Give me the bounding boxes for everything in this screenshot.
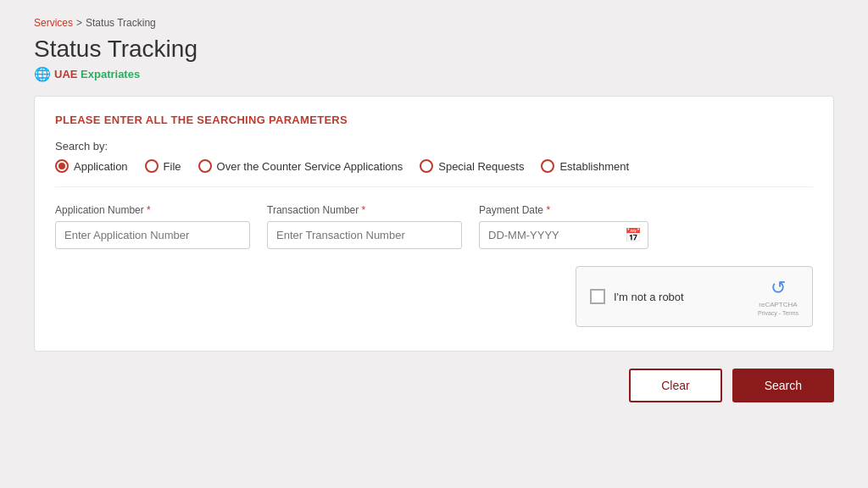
payment-date-group: Payment Date * 📅 — [479, 204, 648, 249]
app-number-required: * — [147, 204, 151, 216]
radio-circle-application — [55, 159, 69, 173]
radio-application[interactable]: Application — [55, 159, 128, 173]
brand-exp: Expatriates — [77, 68, 140, 80]
radio-label-establishment: Establishment — [559, 160, 629, 173]
trans-number-required: * — [362, 204, 366, 216]
breadcrumb: Services > Status Tracking — [34, 17, 834, 29]
trans-number-label: Transaction Number * — [267, 204, 462, 216]
breadcrumb-services-link[interactable]: Services — [34, 17, 73, 29]
radio-establishment[interactable]: Establishment — [541, 159, 629, 173]
radio-circle-counter — [198, 159, 212, 173]
payment-date-input[interactable] — [479, 221, 648, 249]
captcha-box[interactable]: I'm not a robot ↺ reCAPTCHA Privacy - Te… — [576, 266, 813, 327]
radio-label-file: File — [164, 160, 181, 173]
app-number-label: Application Number * — [55, 204, 250, 216]
pay-date-required: * — [546, 204, 550, 216]
search-by-label: Search by: — [55, 140, 813, 152]
date-input-wrapper: 📅 — [479, 221, 648, 249]
radio-counter[interactable]: Over the Counter Service Applications — [198, 159, 403, 173]
captcha-logo-area: ↺ reCAPTCHA Privacy - Terms — [758, 277, 798, 316]
breadcrumb-current: Status Tracking — [86, 17, 156, 29]
pay-date-label: Payment Date * — [479, 204, 648, 216]
page-title: Status Tracking — [34, 36, 834, 63]
radio-file[interactable]: File — [145, 159, 181, 173]
radio-circle-special — [420, 159, 433, 173]
transaction-number-input[interactable] — [267, 221, 462, 249]
radio-label-application: Application — [74, 160, 128, 173]
form-card: PLEASE ENTER ALL THE SEARCHING PARAMETER… — [34, 96, 834, 352]
captcha-row: I'm not a robot ↺ reCAPTCHA Privacy - Te… — [55, 266, 813, 327]
radio-circle-establishment — [541, 159, 554, 173]
radio-group: Application File Over the Counter Servic… — [55, 159, 813, 187]
clear-button[interactable]: Clear — [629, 369, 721, 402]
radio-label-counter: Over the Counter Service Applications — [217, 160, 403, 173]
search-button[interactable]: Search — [732, 369, 834, 402]
application-number-input[interactable] — [55, 221, 250, 249]
captcha-label: I'm not a robot — [614, 291, 749, 303]
recaptcha-links: Privacy - Terms — [758, 310, 798, 316]
recaptcha-brand: reCAPTCHA — [759, 301, 797, 308]
brand-logo: 🌐 UAE Expatriates — [34, 66, 834, 82]
brand-name: UAE Expatriates — [54, 68, 140, 80]
form-alert: PLEASE ENTER ALL THE SEARCHING PARAMETER… — [55, 114, 813, 126]
application-number-group: Application Number * — [55, 204, 250, 249]
radio-special[interactable]: Special Requests — [420, 159, 524, 173]
breadcrumb-separator: > — [76, 17, 82, 29]
brand-uae: UAE — [54, 68, 77, 80]
recaptcha-icon: ↺ — [771, 277, 786, 299]
radio-label-special: Special Requests — [438, 160, 524, 173]
captcha-checkbox[interactable] — [590, 289, 605, 304]
actions-row: Clear Search — [34, 369, 834, 402]
fields-row: Application Number * Transaction Number … — [55, 204, 813, 249]
radio-circle-file — [145, 159, 159, 173]
globe-icon: 🌐 — [34, 66, 51, 82]
transaction-number-group: Transaction Number * — [267, 204, 462, 249]
